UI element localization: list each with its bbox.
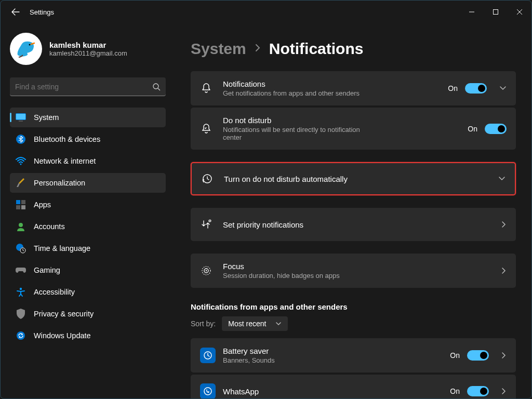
sidebar-item-accessibility[interactable]: Accessibility [10,282,166,302]
svg-point-12 [19,223,23,227]
svg-rect-0 [494,10,498,15]
avatar [10,33,42,65]
search-box[interactable] [10,77,166,96]
search-input[interactable] [15,83,152,91]
panel-dnd[interactable]: Do not disturb Notifications will be sen… [191,108,516,150]
app-row-whatsapp[interactable]: WhatsApp On [191,375,516,399]
panel-title: Set priority notifications [223,220,501,229]
close-button[interactable] [508,1,531,23]
content: System Notifications Notifications Get n… [172,23,531,399]
search-icon [152,83,161,91]
page-title: Notifications [269,40,364,58]
sidebar-item-label: Bluetooth & devices [34,135,100,143]
window-controls [460,1,531,23]
svg-rect-10 [16,205,20,209]
panel-subtitle: Get notifications from apps and other se… [223,89,379,97]
svg-point-16 [20,288,22,290]
app-toggle[interactable] [467,350,489,361]
sidebar: kamlesh kumar kamlesh2011@gmail.com Syst… [1,23,172,399]
apps-icon [15,199,26,210]
app-icon [200,383,216,399]
profile[interactable]: kamlesh kumar kamlesh2011@gmail.com [10,33,166,65]
sidebar-item-label: Personalization [34,179,85,187]
sidebar-item-windows-update[interactable]: Windows Update [10,326,166,345]
titlebar: Settings [1,1,531,23]
sidebar-item-label: Network & internet [34,157,96,165]
clock-globe-icon [15,243,26,254]
paintbrush-icon [15,177,26,189]
minimize-icon [469,9,475,15]
back-button[interactable] [11,7,20,17]
wifi-icon [15,155,26,167]
sidebar-item-label: Accessibility [34,288,75,296]
svg-rect-4 [19,121,23,122]
app-name: Battery saver [223,347,450,355]
app-row-battery-saver[interactable]: Battery saver Banners, Sounds On [191,338,516,373]
breadcrumb-parent[interactable]: System [191,40,246,58]
focus-icon [200,264,212,277]
breadcrumb: System Notifications [191,40,516,58]
bell-icon [200,82,212,95]
panel-title: Do not disturb [223,116,468,125]
panel-auto-dnd[interactable]: Turn on do not disturb automatically [191,162,516,195]
maximize-button[interactable] [484,1,508,23]
sidebar-item-gaming[interactable]: Gaming [10,260,166,280]
svg-point-2 [153,84,158,89]
panel-priority[interactable]: Set priority notifications [191,208,516,241]
sidebar-item-apps[interactable]: Apps [10,195,166,215]
section-heading: Notifications from apps and other sender… [191,302,516,311]
sidebar-item-label: Gaming [34,266,60,274]
svg-point-1 [29,44,31,46]
sidebar-item-label: System [34,113,59,122]
gamepad-icon [15,264,26,276]
sidebar-item-network[interactable]: Network & internet [10,151,166,171]
chevron-down-icon[interactable] [499,86,507,91]
sidebar-item-system[interactable]: System [10,108,166,127]
sidebar-item-label: Privacy & security [34,310,94,318]
sort-dropdown[interactable]: Most recent [222,316,288,331]
svg-rect-8 [16,200,20,204]
sidebar-item-bluetooth[interactable]: Bluetooth & devices [10,129,166,149]
svg-point-22 [206,270,207,271]
sidebar-item-label: Windows Update [34,331,91,340]
profile-email: kamlesh2011@gmail.com [49,49,127,57]
close-icon [516,9,523,15]
sort-value: Most recent [228,320,266,328]
sort-label: Sort by: [191,320,216,328]
system-icon [15,112,26,123]
minimize-button[interactable] [460,1,484,23]
toggle-state: On [468,125,477,133]
chevron-right-icon[interactable] [501,267,507,274]
sidebar-item-label: Apps [34,201,51,209]
panel-title: Notifications [223,79,448,88]
panel-subtitle: Session duration, hide badges on apps [223,272,379,280]
chevron-right-icon[interactable] [501,221,507,228]
sort-row: Sort by: Most recent [191,316,516,331]
toggle-state: On [448,84,458,92]
person-icon [15,221,26,232]
panel-focus[interactable]: Focus Session duration, hide badges on a… [191,254,516,288]
svg-point-17 [17,331,25,340]
chevron-right-icon[interactable] [501,388,507,395]
dnd-toggle[interactable] [485,124,507,134]
maximize-icon [493,9,499,15]
profile-name: kamlesh kumar [49,41,127,49]
sidebar-item-time-language[interactable]: Time & language [10,238,166,258]
toggle-state: On [450,387,460,395]
sidebar-item-accounts[interactable]: Accounts [10,217,166,236]
sidebar-item-label: Accounts [34,222,65,231]
notifications-toggle[interactable] [465,83,487,94]
bluetooth-icon [15,134,26,145]
app-icon [200,348,216,363]
svg-point-24 [204,388,211,395]
app-toggle[interactable] [467,386,489,396]
sidebar-item-privacy[interactable]: Privacy & security [10,304,166,324]
svg-rect-11 [21,205,25,209]
chevron-down-icon[interactable] [498,176,506,181]
panel-title: Turn on do not disturb automatically [224,175,498,183]
chevron-right-icon [255,43,261,55]
chevron-right-icon[interactable] [501,352,507,359]
nav: System Bluetooth & devices Network & int… [10,108,166,345]
sidebar-item-personalization[interactable]: Personalization [10,173,166,193]
panel-notifications[interactable]: Notifications Get notifications from app… [191,71,516,105]
